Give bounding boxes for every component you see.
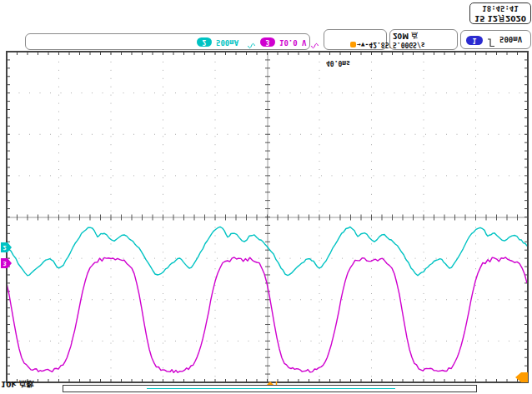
channel-readout-box[interactable]: 2 500mA 3 10.0 V [25,33,310,50]
datetime-box: 18:45:41 15 12月2020 [469,2,531,24]
record-length-label: 10k 点数 [1,379,34,388]
record-window-indicator [147,388,395,389]
graticule-and-waveforms: 23 [0,0,532,394]
horizontal-scale-value: 40.0ms [326,58,350,67]
sample-rate-value: 5.00GS/s [393,40,425,49]
ch2-badge[interactable]: 2 [197,37,212,47]
graticule [7,52,528,382]
record-view-bar[interactable] [63,385,477,392]
trigger-readout-box[interactable]: 1 500mV [460,30,531,49]
record-length-value: 20M 点 [393,31,418,40]
ch3-badge[interactable]: 3 [260,37,275,47]
horizontal-readout-box[interactable]: →▼-42.85000μs 40.0ms [324,29,387,50]
trigger-level-value: 500mV [499,34,522,44]
ch3-coupling-icon [311,39,319,55]
trace-ch2 [7,227,527,276]
oscilloscope-screen: 23 18:45:41 15 12月2020 2 500mA 3 10.0 V … [0,0,532,394]
ch2-scale: 500mA [216,37,238,47]
delay-marker-symbol: →▼ [357,40,365,49]
clock-date: 15 12月2020 [474,13,526,23]
channel-marker-label: 2 [3,244,6,251]
trigger-source-badge[interactable]: 1 [466,36,483,45]
channel-marker-label: 3 [3,260,6,267]
clock-time: 18:45:41 [482,3,518,13]
acquisition-readout-box[interactable]: 20M 点 5.00GS/s [389,29,458,50]
ch3-scale: 10.0 V [279,37,307,47]
trigger-flag-icon [350,42,356,47]
trigger-slope-icon [487,35,495,51]
ch2-coupling-icon [248,39,255,55]
